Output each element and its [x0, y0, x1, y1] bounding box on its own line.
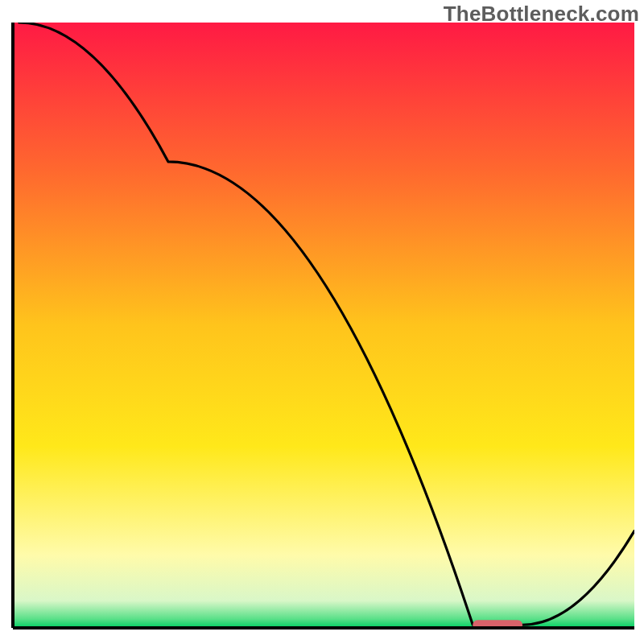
chart-background-gradient — [13, 23, 634, 628]
chart-canvas — [0, 0, 644, 644]
bottleneck-chart: TheBottleneck.com — [0, 0, 644, 644]
watermark-text: TheBottleneck.com — [444, 2, 639, 27]
